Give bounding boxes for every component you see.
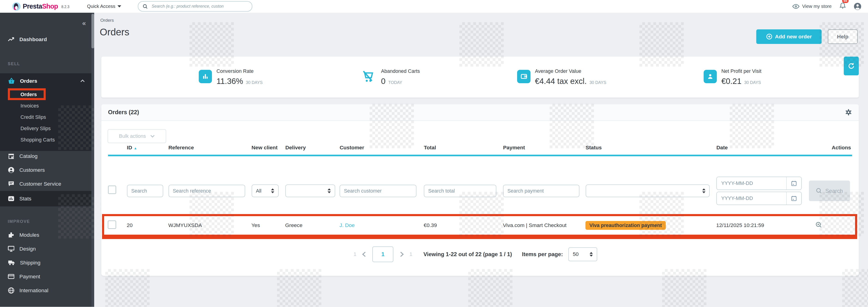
filter-total-input[interactable] (424, 185, 496, 197)
column-header-payment[interactable]: Payment (503, 144, 586, 151)
sidebar-item-international[interactable]: International (0, 283, 91, 297)
add-new-order-button[interactable]: Add new order (756, 29, 822, 44)
column-header-actions: Actions (809, 144, 852, 151)
calendar-icon (791, 180, 797, 186)
sidebar-collapse-button[interactable]: « (82, 20, 85, 27)
plus-circle-icon (766, 33, 772, 39)
filter-search-button[interactable]: Search (809, 180, 850, 201)
filter-new-client-select[interactable]: All (252, 185, 279, 197)
date-to-group (716, 192, 802, 205)
sidebar-item-payment[interactable]: Payment (0, 270, 91, 283)
row-checkbox[interactable] (108, 221, 116, 229)
gear-icon (845, 109, 852, 116)
view-order-button[interactable] (809, 221, 852, 229)
filter-customer-input[interactable] (340, 185, 416, 197)
sidebar-item-shipping[interactable]: Shipping (0, 256, 91, 270)
globe-icon (8, 287, 14, 294)
sidebar-item-customers[interactable]: Customers (0, 163, 91, 177)
select-arrows-icon (702, 188, 706, 193)
sidebar-scrollbar-thumb[interactable] (91, 14, 94, 48)
sidebar-subitem-orders[interactable]: Orders (0, 89, 91, 100)
user-icon (704, 70, 717, 83)
column-header-new-client[interactable]: New client (252, 144, 285, 151)
topbar-right: View my store 55 (792, 1, 862, 11)
sidebar-item-catalog[interactable]: Catalog (0, 149, 91, 163)
sidebar-modules-label: Modules (20, 232, 39, 238)
kpi-period: TODAY (388, 80, 402, 85)
column-header-delivery[interactable]: Delivery (285, 144, 340, 151)
date-to-picker-button[interactable] (786, 192, 801, 204)
customer-link[interactable]: J. Doe (340, 222, 355, 228)
sidebar-orders-label: Orders (20, 78, 37, 84)
sidebar-item-customer-service[interactable]: Customer Service (0, 177, 91, 191)
calendar-icon (791, 195, 797, 201)
filter-delivery-select[interactable] (285, 185, 335, 197)
breadcrumb: Orders (100, 18, 114, 23)
view-store-label: View my store (802, 4, 832, 9)
filter-payment-input[interactable] (503, 185, 579, 197)
sort-asc-icon[interactable]: ▲ (134, 146, 137, 150)
brand-shop: Shop (42, 3, 58, 10)
chat-icon (8, 181, 14, 187)
quick-access-menu[interactable]: Quick Access (87, 4, 121, 9)
notifications-button[interactable]: 55 (839, 1, 846, 11)
column-header-customer[interactable]: Customer (340, 144, 424, 151)
table-row[interactable]: 20 WJMYUXSDA Yes Greece J. Doe €0.39 Viv… (104, 216, 855, 234)
filter-status-select[interactable] (586, 185, 710, 197)
chevron-left-icon[interactable] (362, 252, 366, 257)
column-header-reference[interactable]: Reference (168, 144, 252, 151)
prestashop-bird-icon (12, 2, 21, 11)
select-arrows-icon (590, 252, 593, 257)
prestashop-logo[interactable]: PrestaShop (12, 2, 58, 11)
help-button[interactable]: Help (828, 29, 858, 44)
chevron-right-icon[interactable] (400, 252, 404, 257)
sidebar-item-dashboard[interactable]: Dashboard (0, 32, 91, 47)
column-header-total[interactable]: Total (424, 144, 503, 151)
kpi-abandoned-carts: Abandoned Carts 0TODAY (360, 68, 420, 86)
truck-icon (8, 260, 15, 266)
subitem-credit-slips-label: Credit Slips (21, 114, 46, 120)
filter-id-input[interactable] (127, 185, 163, 197)
select-arrows-icon (271, 188, 274, 193)
select-all-checkbox[interactable] (108, 186, 116, 194)
profile-button[interactable] (854, 3, 862, 10)
sidebar-item-modules[interactable]: Modules (0, 228, 91, 242)
chevron-down-icon (150, 135, 155, 138)
date-from-picker-button[interactable] (786, 177, 801, 190)
filter-search-label: Search (825, 188, 843, 194)
sidebar-item-orders[interactable]: Orders (0, 73, 91, 89)
kpi-conversion-rate: Conversion Rate 11.36%30 DAYS (199, 68, 263, 86)
sidebar-subitem-delivery-slips[interactable]: Delivery Slips (0, 123, 91, 134)
stats-icon (8, 196, 14, 202)
column-header-date[interactable]: Date (716, 144, 809, 151)
sidebar-section-sell: SELL (8, 61, 20, 66)
column-header-id[interactable]: ID▲ (127, 144, 168, 151)
table-settings-button[interactable] (845, 109, 852, 116)
line-chart-icon (8, 36, 14, 42)
kpi-label: Conversion Rate (217, 68, 263, 74)
page-last: 1 (409, 251, 412, 257)
sidebar-stats-label: Stats (20, 196, 31, 202)
sidebar-item-stats[interactable]: Stats (0, 191, 91, 206)
top-bar: PrestaShop 8.2.3 Quick Access View my st… (0, 0, 868, 13)
select-arrows-icon (328, 188, 331, 193)
sidebar-subitem-invoices[interactable]: Invoices (0, 100, 91, 111)
items-per-page-label: Items per page: (522, 251, 563, 257)
sidebar-item-design[interactable]: Design (0, 242, 91, 256)
refresh-kpi-button[interactable] (844, 57, 859, 76)
date-to-input[interactable] (717, 192, 786, 204)
sidebar-international-label: International (20, 287, 48, 294)
cell-total: €0.39 (424, 222, 503, 228)
add-new-order-label: Add new order (775, 33, 812, 40)
sidebar-subitem-credit-slips[interactable]: Credit Slips (0, 111, 91, 123)
global-search-input[interactable] (151, 3, 247, 9)
sidebar-scrollbar[interactable] (91, 13, 94, 307)
column-header-status[interactable]: Status (586, 144, 716, 151)
current-page-box[interactable]: 1 (372, 246, 393, 262)
bulk-actions-button[interactable]: Bulk actions (107, 129, 166, 143)
view-my-store-link[interactable]: View my store (792, 4, 832, 9)
filter-reference-input[interactable] (168, 185, 245, 197)
items-per-page-select[interactable]: 50 (568, 247, 597, 261)
date-from-input[interactable] (717, 177, 786, 190)
sidebar-subitem-shopping-carts[interactable]: Shopping Carts (0, 134, 91, 146)
